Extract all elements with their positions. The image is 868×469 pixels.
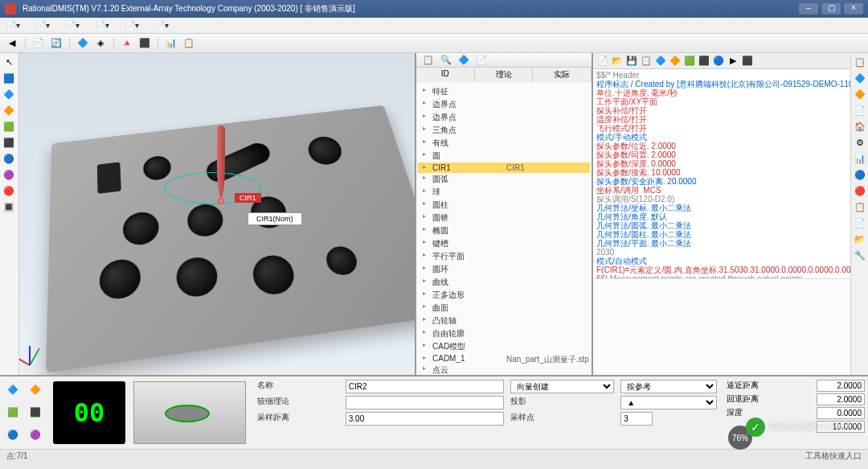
back-button[interactable]: ◀ xyxy=(5,36,19,51)
code-line[interactable]: 模式/手动模式 xyxy=(596,133,847,142)
side-tool-icon[interactable]: 📂 xyxy=(853,232,867,246)
tree-item[interactable]: 键槽 xyxy=(418,237,590,250)
tool-icon[interactable]: 🟦 xyxy=(2,71,16,85)
tool-icon[interactable]: 🟣 xyxy=(2,167,16,182)
code-line[interactable]: F(CIR1)=元素定义/圆.内.直角坐标.31.5030.31.0000.0.… xyxy=(596,265,847,274)
tree-tool-icon[interactable]: 🔍 xyxy=(439,53,453,68)
side-tool-icon[interactable]: 📊 xyxy=(853,151,867,166)
tool-button[interactable]: 📊 xyxy=(164,36,178,51)
tree-item[interactable]: 曲面 xyxy=(418,302,590,315)
side-tool-icon[interactable]: 📄 xyxy=(853,103,867,117)
copy-icon[interactable]: 📋 xyxy=(640,55,652,67)
tool-button[interactable]: ⬛ xyxy=(137,36,152,51)
cad-part[interactable] xyxy=(46,105,416,373)
side-tool-icon[interactable]: 🏠 xyxy=(853,119,867,134)
code-line[interactable]: 2030 xyxy=(596,248,847,257)
tree-item[interactable]: 曲线 xyxy=(418,276,590,289)
tool-icon[interactable]: 🔷 xyxy=(2,87,16,101)
tree-item[interactable]: 正多边形 xyxy=(418,289,590,302)
tree-item[interactable]: CAD模型 xyxy=(418,340,590,353)
tree-item[interactable]: 自由轮廓 xyxy=(418,327,590,340)
tree-item[interactable]: 椭圆 xyxy=(418,224,590,237)
btool-icon[interactable]: 🟣 xyxy=(26,425,45,444)
retract-input[interactable] xyxy=(817,393,865,405)
radius-input[interactable] xyxy=(346,396,504,409)
code-line[interactable]: 程序标志 / Created by [意科腾端科技(北京)有限公司-091529… xyxy=(596,80,847,88)
code-line[interactable]: 探头参数/同置. 2.0000 xyxy=(596,150,847,159)
btool-icon[interactable]: 🔷 xyxy=(3,380,23,399)
minimize-button[interactable]: – xyxy=(799,3,818,14)
tool-icon[interactable]: 🔵 xyxy=(712,55,724,67)
btool-icon[interactable]: ⬛ xyxy=(26,402,45,422)
tool-icon[interactable]: 🔶 xyxy=(669,55,681,67)
tool-button[interactable]: 🔷 xyxy=(76,36,90,51)
tool-icon[interactable]: ⬛ xyxy=(2,135,16,150)
feature-tag[interactable]: CIR1 xyxy=(235,193,261,203)
tree-item[interactable]: 边界点 xyxy=(418,111,590,124)
tree-item[interactable]: 圆柱 xyxy=(418,199,590,212)
code-line[interactable]: 工作平面/XY平面 xyxy=(596,97,847,106)
program-code[interactable]: $$/* Header程序标志 / Created by [意科腾端科技(北京)… xyxy=(593,69,850,278)
code-line[interactable]: 几何算法/平面. 最小二乘法 xyxy=(596,239,847,248)
code-line[interactable]: 几何算法/圆柱. 最小二乘法 xyxy=(596,230,847,239)
side-tool-icon[interactable]: 📋 xyxy=(853,200,867,214)
select-tool[interactable]: ↖ xyxy=(2,55,16,69)
save-icon[interactable]: 💾 xyxy=(625,55,637,67)
menu-item[interactable]: 📄▾ xyxy=(36,21,50,30)
tool-button[interactable]: 🔺 xyxy=(120,36,134,51)
tree-item[interactable]: 有线 xyxy=(418,137,590,150)
tree-item[interactable]: 圆 xyxy=(418,150,590,163)
open-icon[interactable]: 📂 xyxy=(611,55,623,67)
btool-icon[interactable]: 🔶 xyxy=(26,380,45,399)
tool-icon[interactable]: 🟩 xyxy=(2,119,16,134)
approach-input[interactable] xyxy=(817,380,865,392)
side-tool-icon[interactable]: 🔵 xyxy=(853,167,867,182)
code-line[interactable]: 温度补偿/打开 xyxy=(596,115,847,124)
code-line[interactable]: 坐标系/调用 MCS xyxy=(596,186,847,195)
code-line[interactable]: 探头调用/S(120-D2.0) xyxy=(596,195,847,204)
tree-item[interactable]: 圆锥 xyxy=(418,212,590,224)
tool-button[interactable]: 📋 xyxy=(182,36,196,51)
close-button[interactable]: × xyxy=(844,3,863,14)
tool-icon[interactable]: 🔷 xyxy=(654,55,666,67)
tool-icon[interactable]: 🔵 xyxy=(2,151,16,166)
tree-item[interactable]: 圆弧 xyxy=(418,173,590,186)
tool-button[interactable]: ◈ xyxy=(93,36,108,51)
code-line[interactable]: 探头参数/深度. 0.0000 xyxy=(596,159,847,168)
3d-viewport[interactable]: CIR1 CIR1(Nom) xyxy=(19,53,416,375)
code-line[interactable]: 探头参数/位近. 2.0000 xyxy=(596,142,847,150)
tool-icon[interactable]: 🔳 xyxy=(2,200,16,214)
pitch-input[interactable] xyxy=(346,412,504,426)
btool-icon[interactable]: 🔵 xyxy=(3,425,23,444)
pts-input[interactable] xyxy=(620,412,653,426)
tree-item[interactable]: 点云 xyxy=(418,364,590,375)
stop-icon[interactable]: ⬛ xyxy=(741,55,753,67)
create-select[interactable]: 向量创建 xyxy=(510,380,615,393)
tree-item[interactable]: 凸轮轴 xyxy=(418,315,590,327)
feature-tree[interactable]: 特征边界点边界点三角点有线圆CIR1CIR1圆弧球圆柱圆锥椭圆键槽平行平面圆环曲… xyxy=(416,82,592,375)
code-line[interactable]: 探头补偿/打开 xyxy=(596,106,847,115)
tree-tool-icon[interactable]: 📋 xyxy=(421,53,436,68)
code-line[interactable]: 模式/自动模式 xyxy=(596,257,847,265)
tool-icon[interactable]: 🔴 xyxy=(2,183,16,198)
new-icon[interactable]: 📄 xyxy=(596,55,608,67)
tree-item[interactable]: 球 xyxy=(418,186,590,199)
tree-tool-icon[interactable]: 🔷 xyxy=(457,53,471,68)
menu-item[interactable]: 📄▾ xyxy=(66,21,80,30)
maximize-button[interactable]: ▢ xyxy=(821,3,841,14)
tree-item[interactable]: 特征 xyxy=(418,85,590,98)
tree-item[interactable]: CADM_1Nan_part_山测量子.stp xyxy=(418,353,590,364)
tree-item[interactable]: 边界点 xyxy=(418,98,590,111)
side-tool-icon[interactable]: 🔶 xyxy=(853,87,867,101)
side-tool-icon[interactable]: ⚙ xyxy=(853,135,867,150)
side-tool-icon[interactable]: 🔧 xyxy=(853,248,867,262)
tool-icon[interactable]: 🟩 xyxy=(683,55,695,67)
menu-item[interactable]: 📄▾ xyxy=(6,21,20,30)
ref-select[interactable]: 按参考 xyxy=(620,380,717,393)
tree-item[interactable]: CIR1CIR1 xyxy=(418,163,590,173)
tree-tool-icon[interactable]: 📄 xyxy=(474,53,489,68)
tool-icon[interactable]: ⬛ xyxy=(698,55,710,67)
tree-item[interactable]: 三角点 xyxy=(418,124,590,137)
code-line[interactable]: 几何算法/圆弧. 最小二乘法 xyxy=(596,221,847,230)
code-line[interactable]: 飞行模式/打开 xyxy=(596,124,847,133)
